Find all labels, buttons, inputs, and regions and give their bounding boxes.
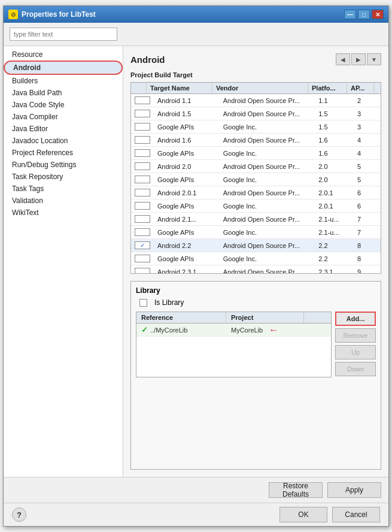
sidebar-item-project-references[interactable]: Project References: [4, 147, 123, 159]
row-checkbox-1[interactable]: [135, 110, 150, 117]
row-name-13: Android 2.3.1: [154, 268, 220, 274]
row-platform-5: 2.0: [315, 163, 354, 170]
apply-button[interactable]: Apply: [327, 482, 381, 498]
add-button[interactable]: Add...: [335, 312, 376, 326]
row-checkbox-11[interactable]: ✓: [135, 241, 150, 249]
restore-defaults-button[interactable]: Restore Defaults: [269, 482, 323, 498]
row-checkbox-7[interactable]: [135, 189, 150, 197]
up-button[interactable]: Up: [335, 345, 376, 359]
row-platform-1: 1.5: [315, 110, 354, 117]
main-area: ResourceAndroidBuildersJava Build PathJa…: [4, 46, 388, 477]
row-ap-9: 7: [354, 216, 381, 223]
window-icon: ⚙: [8, 10, 18, 19]
row-platform-13: 2.3.1: [315, 268, 354, 274]
table-row[interactable]: Google APIs Google Inc. 2.0 5: [131, 173, 381, 186]
nav-dropdown-button[interactable]: ▼: [367, 53, 381, 65]
row-checkbox-13[interactable]: [135, 268, 150, 274]
title-bar: ⚙ Properties for LibTest — □ ✕: [4, 6, 388, 23]
nav-forward-button[interactable]: ▶: [351, 53, 366, 65]
table-row[interactable]: Google APIs Google Inc. 2.1-u... 7: [131, 226, 381, 239]
filter-input[interactable]: [10, 28, 117, 41]
table-row[interactable]: Android 2.3.1 Android Open Source Pr... …: [131, 265, 381, 274]
row-vendor-12: Google Inc.: [220, 255, 315, 262]
lib-buttons: Add... Remove Up Down: [335, 312, 376, 377]
down-button[interactable]: Down: [335, 362, 376, 376]
col-header-name: Target Name: [147, 83, 212, 93]
is-library-checkbox[interactable]: [139, 299, 147, 307]
dialog-bottom: ? OK Cancel: [4, 503, 388, 526]
title-bar-buttons: — □ ✕: [344, 10, 384, 19]
row-checkbox-8[interactable]: [135, 202, 150, 210]
row-ap-5: 5: [354, 163, 381, 170]
col-header-platform: Platfo...: [308, 83, 347, 93]
row-checkbox-10[interactable]: [135, 228, 150, 236]
table-row[interactable]: Android 1.6 Android Open Source Pr... 1.…: [131, 134, 381, 147]
row-checkbox-3[interactable]: [135, 136, 150, 144]
sidebar-item-java-compiler[interactable]: Java Compiler: [4, 111, 123, 123]
table-row[interactable]: Google APIs Google Inc. 1.6 4: [131, 147, 381, 160]
build-target-table: Target Name Vendor Platfo... AP... Andro…: [130, 82, 381, 274]
row-ap-4: 4: [354, 150, 381, 157]
table-row[interactable]: Android 2.0.1 Android Open Source Pr... …: [131, 186, 381, 200]
sidebar-item-javadoc-location[interactable]: Javadoc Location: [4, 135, 123, 147]
row-platform-10: 2.1-u...: [315, 229, 354, 236]
row-checkbox-5[interactable]: [135, 162, 150, 170]
maximize-button[interactable]: □: [358, 10, 370, 19]
remove-button[interactable]: Remove: [335, 328, 376, 343]
help-button[interactable]: ?: [12, 507, 26, 522]
sidebar-item-java-build-path[interactable]: Java Build Path: [4, 87, 123, 99]
row-name-1: Android 1.5: [154, 110, 220, 117]
table-row[interactable]: Android 1.1 Android Open Source Pr... 1.…: [131, 94, 381, 107]
ok-button[interactable]: OK: [279, 507, 327, 522]
lib-row-0[interactable]: ✓ ../MyCoreLib MyCoreLib ←: [136, 324, 331, 337]
row-vendor-9: Android Open Source Pr...: [220, 216, 315, 223]
build-target-section-label: Project Build Target: [130, 71, 381, 78]
row-checkbox-6[interactable]: [135, 176, 150, 183]
sidebar-item-task-repository[interactable]: Task Repository: [4, 171, 123, 183]
is-library-label: Is Library: [154, 298, 184, 307]
sidebar-item-task-tags[interactable]: Task Tags: [4, 183, 123, 195]
row-checkbox-12[interactable]: [135, 255, 150, 262]
sidebar-item-java-code-style[interactable]: Java Code Style: [4, 99, 123, 111]
row-checkbox-4[interactable]: [135, 149, 150, 157]
sidebar-item-validation[interactable]: Validation: [4, 195, 123, 207]
sidebar-item-wikitext[interactable]: WikiText: [4, 207, 123, 219]
sidebar-item-android[interactable]: Android: [4, 61, 123, 75]
row-platform-8: 2.0.1: [315, 202, 354, 210]
col-header-ap: AP...: [347, 83, 374, 93]
row-checkbox-9[interactable]: [135, 215, 150, 223]
row-name-6: Google APIs: [154, 176, 220, 183]
table-row[interactable]: Google APIs Google Inc. 2.0.1 6: [131, 200, 381, 213]
library-section: Library Is Library Reference Project ✓: [130, 281, 381, 470]
row-name-0: Android 1.1: [154, 97, 220, 104]
sidebar-item-java-editor[interactable]: Java Editor: [4, 123, 123, 135]
row-ap-7: 6: [354, 189, 381, 197]
row-checkbox-0[interactable]: [135, 96, 150, 104]
table-row[interactable]: ✓ Android 2.2 Android Open Source Pr... …: [131, 239, 381, 252]
row-ap-3: 4: [354, 137, 381, 144]
row-checkbox-2[interactable]: [135, 123, 150, 131]
row-vendor-3: Android Open Source Pr...: [220, 137, 315, 144]
table-row[interactable]: Android 1.5 Android Open Source Pr... 1.…: [131, 107, 381, 120]
close-button[interactable]: ✕: [372, 10, 384, 19]
row-name-3: Android 1.6: [154, 137, 220, 144]
sidebar-item-builders[interactable]: Builders: [4, 75, 123, 87]
table-row[interactable]: Android 2.0 Android Open Source Pr... 2.…: [131, 160, 381, 173]
sidebar-item-run-debug-settings[interactable]: Run/Debug Settings: [4, 159, 123, 171]
row-ap-6: 5: [354, 176, 381, 183]
row-ap-8: 6: [354, 202, 381, 210]
row-vendor-13: Android Open Source Pr...: [220, 268, 315, 274]
table-row[interactable]: Google APIs Google Inc. 1.5 3: [131, 120, 381, 134]
table-header: Target Name Vendor Platfo... AP...: [131, 83, 381, 94]
is-library-row: Is Library: [136, 298, 376, 307]
minimize-button[interactable]: —: [344, 10, 356, 19]
lib-table: Reference Project ✓ ../MyCoreLib MyCoreL…: [136, 312, 332, 377]
row-name-12: Google APIs: [154, 255, 220, 262]
table-row[interactable]: Google APIs Google Inc. 2.2 8: [131, 252, 381, 265]
sidebar-item-resource[interactable]: Resource: [4, 49, 123, 61]
table-row[interactable]: Android 2.1... Android Open Source Pr...…: [131, 213, 381, 226]
row-platform-2: 1.5: [315, 123, 354, 131]
cancel-button[interactable]: Cancel: [332, 507, 380, 522]
col-header-vendor: Vendor: [212, 83, 308, 93]
nav-back-button[interactable]: ◀: [336, 53, 350, 65]
